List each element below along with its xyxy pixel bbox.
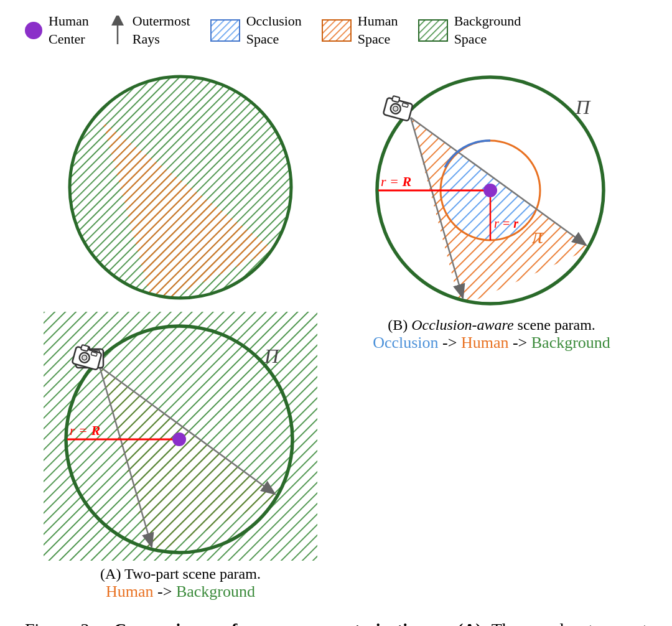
diagram-b-container: r = R r = r π Π (B) Occlusion-aware scen… xyxy=(348,63,635,601)
svg-point-68 xyxy=(483,184,497,197)
svg-rect-37 xyxy=(81,345,89,352)
figure-title: Comparisons of scene parameterizations. xyxy=(114,620,437,626)
caption-a-arrow1: -> xyxy=(157,582,176,600)
legend-item-human-space: HumanSpace xyxy=(322,12,398,48)
svg-text:r = R: r = R xyxy=(381,174,411,189)
legend-item-background-space: BackgroundSpace xyxy=(418,12,521,48)
legend-item-human-center: HumanCenter xyxy=(25,12,89,48)
diagram-a-caption: (A) Two-part scene param. Human -> Backg… xyxy=(100,566,261,601)
diagram-a-subtitle: Human -> Background xyxy=(100,582,261,601)
caption-b-arrow2: -> xyxy=(513,334,531,352)
figure-label: Figure 3. xyxy=(25,620,93,626)
svg-text:Π: Π xyxy=(575,96,591,118)
caption-b-human: Human xyxy=(461,334,509,352)
svg-point-41 xyxy=(172,432,186,446)
caption-b-occlusion: Occlusion xyxy=(373,334,438,352)
svg-rect-5 xyxy=(322,20,351,41)
diagram-b-subtitle: Occlusion -> Human -> Background xyxy=(373,334,610,352)
diagram-a-title: (A) Two-part scene param. xyxy=(100,566,261,582)
caption-b-background: Background xyxy=(531,334,610,352)
figure-caption: Figure 3. Comparisons of scene parameter… xyxy=(25,616,647,626)
background-space-icon xyxy=(418,19,448,42)
svg-text:π: π xyxy=(532,223,544,248)
svg-text:Π: Π xyxy=(264,345,280,367)
diagram-a-container: r = R Π (A) Two-part scene param. Human … xyxy=(37,63,324,601)
svg-rect-7 xyxy=(419,20,447,41)
human-space-icon xyxy=(322,19,352,42)
figure-caption-text: Figure 3. Comparisons of scene parameter… xyxy=(25,616,647,626)
svg-text:r = R: r = R xyxy=(70,423,100,438)
legend-label-human-center: HumanCenter xyxy=(49,12,89,48)
caption-a-background: Background xyxy=(176,582,255,600)
legend: HumanCenter OutermostRays xyxy=(25,12,647,48)
svg-rect-3 xyxy=(211,20,240,41)
diagram-a-svg-main: r = R Π xyxy=(44,312,317,561)
legend-label-background-space: BackgroundSpace xyxy=(454,12,521,48)
diagram-b-title: (B) Occlusion-aware scene param. xyxy=(373,317,610,334)
outermost-rays-icon xyxy=(109,16,126,45)
svg-rect-61 xyxy=(392,96,400,103)
figure-part-a-label: (A) xyxy=(457,620,482,626)
legend-label-occlusion-space: OcclusionSpace xyxy=(246,12,302,48)
caption-b-arrow1: -> xyxy=(442,334,461,352)
human-center-icon xyxy=(25,22,42,39)
legend-item-outermost-rays: OutermostRays xyxy=(109,12,190,48)
diagram-b-svg: r = R r = r π Π xyxy=(355,63,628,312)
diagram-b-caption: (B) Occlusion-aware scene param. Occlusi… xyxy=(373,317,610,352)
diagrams-row: r = R Π (A) Two-part scene param. Human … xyxy=(25,63,647,601)
legend-item-occlusion-space: OcclusionSpace xyxy=(210,12,302,48)
legend-label-outermost-rays: OutermostRays xyxy=(133,12,190,48)
legend-label-human-space: HumanSpace xyxy=(358,12,398,48)
caption-a-human: Human xyxy=(106,582,154,600)
occlusion-space-icon xyxy=(210,19,240,42)
diagram-a-svg xyxy=(44,63,317,312)
svg-text:r = r: r = r xyxy=(494,217,518,230)
